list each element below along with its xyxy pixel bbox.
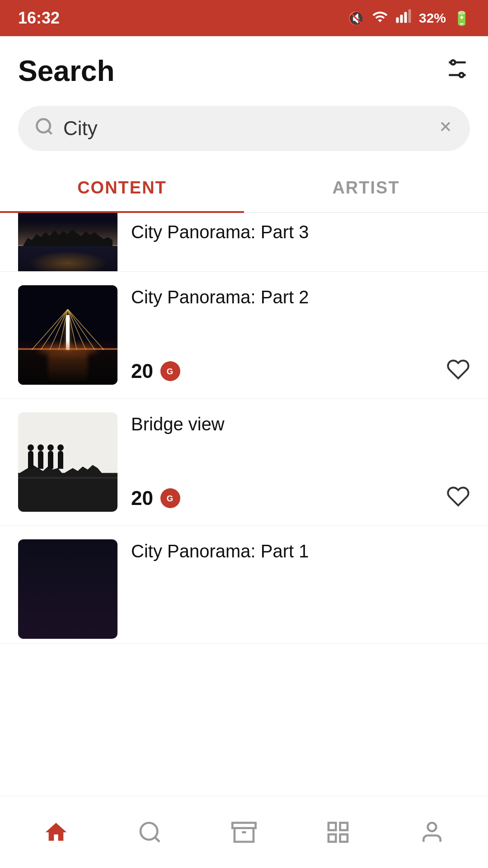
svg-line-16 — [68, 309, 86, 350]
battery-text: 32% — [419, 10, 446, 26]
tabs: CONTENT ARTIST — [0, 165, 488, 213]
svg-rect-0 — [396, 17, 399, 23]
svg-rect-1 — [400, 14, 403, 23]
clear-button[interactable] — [437, 118, 454, 139]
profile-icon — [419, 820, 445, 845]
svg-rect-25 — [340, 823, 347, 830]
svg-rect-22 — [232, 823, 255, 828]
svg-line-11 — [32, 309, 68, 350]
result-title: City Panorama: Part 2 — [131, 285, 470, 309]
list-item[interactable]: City Panorama: Part 2 20 G — [0, 272, 488, 399]
list-item[interactable]: Bridge view 20 G — [0, 399, 488, 526]
svg-point-28 — [428, 823, 436, 831]
result-info: City Panorama: Part 2 20 G — [131, 285, 470, 385]
svg-line-15 — [68, 309, 77, 350]
people-silhouette — [28, 451, 63, 469]
signal-icon — [395, 9, 412, 28]
svg-rect-26 — [328, 834, 336, 841]
search-bar[interactable] — [18, 106, 470, 151]
price: 20 G — [131, 487, 180, 509]
price-number: 20 — [131, 487, 153, 509]
result-title: City Panorama: Part 3 — [131, 217, 309, 242]
search-icon — [34, 117, 54, 141]
nav-search[interactable] — [124, 815, 176, 849]
svg-rect-24 — [328, 823, 336, 830]
coin-icon: G — [160, 488, 180, 508]
svg-rect-2 — [404, 12, 407, 23]
result-info: City Panorama: Part 1 — [131, 539, 470, 639]
svg-text:G: G — [167, 494, 174, 503]
header: Search — [0, 36, 488, 97]
thumbnail — [18, 213, 117, 272]
status-icons: 🔇 32% 🔋 — [348, 9, 470, 28]
price-row: 20 G — [131, 485, 470, 512]
filter-button[interactable] — [445, 56, 470, 86]
search-input[interactable] — [63, 117, 428, 140]
svg-line-14 — [59, 309, 68, 350]
status-time: 16:32 — [18, 9, 60, 28]
svg-point-7 — [460, 73, 464, 77]
svg-rect-27 — [340, 834, 347, 841]
svg-line-18 — [68, 309, 104, 350]
thumbnail — [18, 412, 117, 512]
price-row: 20 G — [131, 358, 470, 385]
svg-point-21 — [141, 823, 157, 840]
favorite-button[interactable] — [446, 485, 470, 512]
result-info: Bridge view 20 G — [131, 412, 470, 512]
bottom-navigation — [0, 796, 488, 868]
mute-icon: 🔇 — [348, 10, 365, 26]
coin-icon: G — [160, 361, 180, 381]
tab-artist[interactable]: ARTIST — [244, 165, 488, 212]
svg-line-13 — [50, 309, 68, 350]
svg-rect-3 — [408, 9, 411, 23]
nav-home[interactable] — [30, 815, 82, 849]
tab-content[interactable]: CONTENT — [0, 165, 244, 213]
price-number: 20 — [131, 360, 153, 382]
favorite-button[interactable] — [446, 358, 470, 385]
page-title: Search — [18, 54, 114, 88]
svg-line-17 — [68, 309, 95, 350]
archive-icon — [231, 820, 257, 845]
home-icon — [43, 820, 69, 845]
thumbnail — [18, 285, 117, 385]
result-list: City Panorama: Part 3 — [0, 213, 488, 796]
svg-line-12 — [41, 309, 68, 350]
search-nav-icon — [137, 820, 163, 845]
battery-icon: 🔋 — [453, 10, 470, 26]
bridge-cables-svg — [23, 309, 113, 350]
search-bar-wrapper — [0, 97, 488, 165]
nav-profile[interactable] — [406, 815, 458, 849]
svg-point-6 — [451, 60, 455, 64]
svg-point-8 — [37, 119, 50, 132]
status-bar: 16:32 🔇 32% 🔋 — [0, 0, 488, 36]
thumbnail — [18, 539, 117, 639]
list-item[interactable]: City Panorama: Part 3 — [0, 213, 488, 272]
svg-text:G: G — [167, 367, 174, 376]
result-title: Bridge view — [131, 412, 470, 436]
collection-icon — [325, 820, 351, 845]
nav-collection[interactable] — [312, 815, 364, 849]
result-title: City Panorama: Part 1 — [131, 539, 470, 563]
price: 20 G — [131, 360, 180, 382]
wifi-icon — [372, 9, 388, 28]
nav-archive[interactable] — [218, 815, 270, 849]
list-item[interactable]: City Panorama: Part 1 — [0, 526, 488, 644]
